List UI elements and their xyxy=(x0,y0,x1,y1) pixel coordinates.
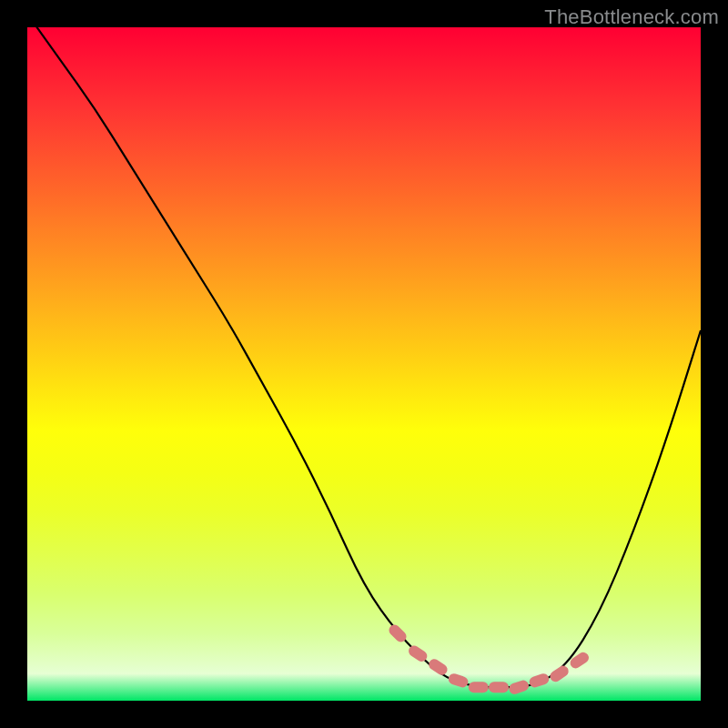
plot-area xyxy=(27,27,701,701)
highlight-marker xyxy=(427,657,450,677)
chart-svg xyxy=(27,27,701,701)
bottleneck-curve-line xyxy=(27,27,701,687)
highlight-marker xyxy=(469,682,489,693)
highlight-marker xyxy=(489,682,509,693)
highlight-marker xyxy=(548,663,571,683)
chart-container: TheBottleneck.com xyxy=(0,0,728,728)
highlight-marker xyxy=(508,679,531,695)
highlight-marker-group xyxy=(387,622,591,695)
highlight-marker xyxy=(447,672,470,689)
highlight-marker xyxy=(568,651,591,671)
watermark-text: TheBottleneck.com xyxy=(544,5,719,29)
highlight-marker xyxy=(528,672,551,689)
